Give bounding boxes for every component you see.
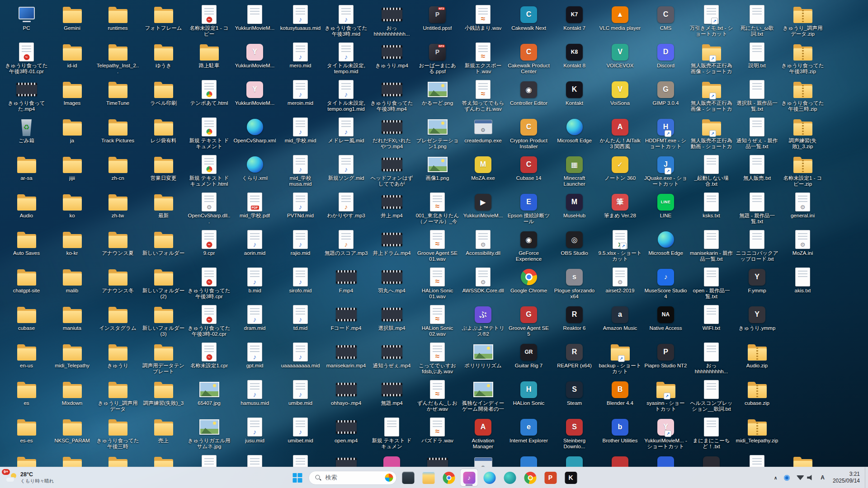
desktop-icon[interactable]: 路上駐車 [186, 40, 232, 78]
desktop-icon[interactable]: ohhayo-.mp4 [323, 378, 369, 415]
desktop-icon[interactable]: td.mid [278, 303, 323, 340]
desktop-icon[interactable] [643, 453, 689, 467]
desktop-icon[interactable]: JJQuake.exe - ショートカット [643, 153, 689, 190]
desktop-icon[interactable]: es [4, 378, 49, 415]
desktop-icon[interactable]: かるーど.png [415, 78, 460, 115]
taskbar-k-app[interactable]: K [562, 469, 580, 487]
desktop-icon[interactable]: meroin.mid [278, 78, 323, 115]
desktop-icon[interactable]: きゅうり食ってた午後3時.mid [323, 3, 369, 40]
desktop-icon[interactable]: NANative Access [643, 303, 689, 340]
desktop-icon[interactable]: sPlogue sforzando x64 [552, 265, 597, 303]
desktop-icon[interactable]: midi_Telepathy [49, 340, 95, 378]
desktop-icon[interactable]: manisekarin - 親作品一覧.txt [689, 228, 734, 265]
desktop-icon[interactable]: YYukkuriMovieM... [232, 78, 278, 115]
desktop-icon[interactable]: 無題 - 親作品一覧.txt [734, 190, 780, 228]
desktop-icon[interactable]: backup - ショートカット [597, 340, 643, 378]
desktop-icon[interactable]: ぷぷよぷよ™テトリス®2 [460, 303, 506, 340]
desktop-icon[interactable]: 営業日変更 [141, 153, 186, 190]
search-input[interactable]: 検索 [309, 471, 397, 485]
desktop-icon[interactable]: OpenCvSharp.dll... [186, 190, 232, 228]
desktop-icon[interactable]: ラベル印刷 [141, 78, 186, 115]
desktop-icon[interactable]: ポリリリリズム [460, 340, 506, 378]
desktop-icon[interactable]: 最新 [141, 190, 186, 228]
desktop-icon[interactable]: aorin.mid [232, 228, 278, 265]
desktop-icon[interactable] [186, 453, 232, 467]
desktop-icon[interactable]: dram.mid [232, 303, 278, 340]
tray-overflow-chevron[interactable]: ∧ [771, 469, 780, 486]
desktop-icon[interactable]: PVTNd.mid [278, 190, 323, 228]
desktop-icon[interactable]: runtimes [95, 3, 141, 40]
desktop-icon[interactable]: uaaaaaaaaa.mid [278, 340, 323, 378]
desktop-icon[interactable]: 調声用データテンプレート [141, 340, 186, 378]
desktop-icon[interactable]: F.mp4 [323, 265, 369, 303]
desktop-icon[interactable]: 死にたい_ω歌詞.txt [734, 3, 780, 40]
desktop-icon[interactable]: MMuseHub [552, 190, 597, 228]
desktop-icon[interactable]: RReaktor 6 [552, 303, 597, 340]
desktop-icon[interactable]: YF.ymmp [734, 265, 780, 303]
desktop-icon[interactable] [323, 453, 369, 467]
desktop-icon[interactable]: Accessibility.dll [460, 228, 506, 265]
desktop-icon[interactable]: ごみ箱 [4, 115, 49, 153]
desktop-icon[interactable]: ずんだもん_しおかぜ.wav [415, 378, 460, 415]
desktop-icon[interactable]: TimeTune [95, 78, 141, 115]
taskbar-powerpoint[interactable]: P [542, 469, 560, 487]
desktop-icon[interactable]: maniuta [49, 303, 95, 340]
desktop-icon[interactable]: HHDDFMT.exe - ショートカット [643, 115, 689, 153]
desktop-icon[interactable]: mid_学校musa.mid [278, 153, 323, 190]
desktop-icon[interactable]: まにまにこーちど！.txt [689, 415, 734, 453]
desktop-icon[interactable]: 新規 テキスト ドキュメント.musicxml [369, 415, 415, 453]
desktop-icon[interactable]: 答え知ってでもらずんわこれ.wav [460, 78, 506, 115]
desktop-icon[interactable]: MoZA.ini [780, 228, 826, 265]
desktop-icon[interactable]: Fコード.mp4 [323, 303, 369, 340]
desktop-icon[interactable]: K7Kontakt 7 [552, 3, 597, 40]
desktop-icon[interactable]: AWSSDK.Core.dll [460, 265, 506, 303]
desktop-icon[interactable]: ゆうき [141, 40, 186, 78]
desktop-icon[interactable]: ♪MuseScore Studio 4 [643, 265, 689, 303]
desktop-icon[interactable]: es-es [4, 415, 49, 453]
desktop-icon[interactable]: Audio [4, 190, 49, 228]
desktop-icon[interactable]: ksks.txt [689, 190, 734, 228]
desktop-icon[interactable]: 名称未設定1 - コピー.zip [780, 153, 826, 190]
desktop-icon[interactable]: インスタグラム [95, 303, 141, 340]
desktop-icon[interactable]: きゅうり.mp4 [369, 40, 415, 78]
desktop-icon[interactable]: SSteinberg Downlo... [552, 415, 597, 453]
desktop-icon[interactable]: K8Kontakt 8 [552, 40, 597, 78]
desktop-icon[interactable]: 通知うぜぇ - 親作品一覧.txt [734, 115, 780, 153]
desktop-icon[interactable]: eInternet Explorer [506, 415, 552, 453]
desktop-icon[interactable]: YukkuriMovieM... [232, 3, 278, 40]
desktop-icon[interactable]: Aかんたん！AITalk 3 関西風 [597, 115, 643, 153]
desktop-icon[interactable]: 新規 テキスト ドキュメント (2).html [186, 115, 232, 153]
weather-widget[interactable]: 9+ 28°C くもり時々晴れ [0, 467, 59, 488]
desktop-icon[interactable] [552, 453, 597, 467]
desktop-icon[interactable]: 名称未設定1.cpr [186, 340, 232, 378]
desktop-icon[interactable]: ヘッドフォンはずしてであがつ.mp4 [369, 153, 415, 190]
desktop-icon[interactable]: きゅうり食ってた.mp4 [4, 78, 49, 115]
taskbar-browser-app[interactable] [521, 469, 539, 487]
desktop-icon[interactable]: mid_学校.pdf [232, 190, 278, 228]
desktop-icon[interactable]: ✓ノートン 360 [597, 153, 643, 190]
desktop-icon[interactable]: プレゼンテーション1.png [415, 115, 460, 153]
desktop-icon[interactable]: YYukkuriMovieM... - ショートカット [643, 415, 689, 453]
desktop-icon[interactable] [415, 453, 460, 467]
desktop-icon[interactable]: CCubase 14 [506, 153, 552, 190]
desktop-icon[interactable]: open - 親作品一覧.txt [689, 265, 734, 303]
desktop-icon[interactable]: きゅうり食ってた午後3時.mp4 [369, 78, 415, 115]
desktop-icon[interactable]: 井上ドラム.mp4 [369, 228, 415, 265]
desktop-icon[interactable]: PC [4, 3, 49, 40]
desktop-icon[interactable]: ◉Controller Editor [506, 78, 552, 115]
desktop-icon[interactable]: 無題.mp4 [369, 378, 415, 415]
desktop-icon[interactable]: ▦Minecraft Launcher [552, 153, 597, 190]
desktop-icon[interactable]: HHALion Sonic [506, 378, 552, 415]
desktop-icon[interactable]: GGroove Agent SE 5 [506, 303, 552, 340]
desktop-icon[interactable] [734, 453, 780, 467]
desktop-icon[interactable]: midi_Telepathy.zip [734, 415, 780, 453]
desktop-icon[interactable]: Microsoft Edge [643, 228, 689, 265]
desktop-icon[interactable] [689, 453, 734, 467]
desktop-icon[interactable]: umibe.mid [278, 378, 323, 415]
show-desktop-button[interactable] [865, 467, 868, 488]
taskbar-edge[interactable] [481, 469, 499, 487]
desktop-icon[interactable]: BBlender 4.4 [597, 378, 643, 415]
desktop-icon[interactable]: rajio.mid [278, 228, 323, 265]
desktop-icon[interactable]: メドレー風.mid [323, 115, 369, 153]
desktop-icon[interactable] [49, 453, 95, 467]
